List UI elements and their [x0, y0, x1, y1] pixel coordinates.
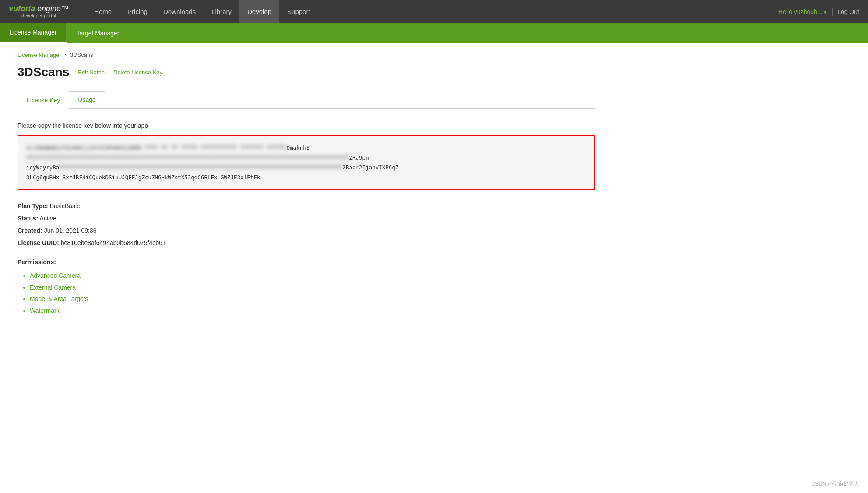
nav-pricing[interactable]: Pricing [119, 0, 155, 23]
chevron-down-icon [824, 8, 826, 15]
delete-license-link[interactable]: Delete License Key [113, 69, 162, 76]
main-content: License Manager › 3DScans 3DScans Edit N… [0, 43, 613, 334]
logo: vuforia engine™ developer portal [9, 5, 69, 19]
plan-type-label: Plan Type: [18, 203, 48, 210]
meta-created: Created: Jun 01, 2021 09:36 [18, 224, 595, 237]
nav-divider: | [831, 7, 833, 16]
license-key-line-1: A//AAABmWjoTAvODEcjs9l4l8PmO6VLHHHH TTTT… [26, 143, 587, 153]
tabs: License Key Usage [18, 91, 595, 109]
nav-right: Hello yuzhouh... | Log Out [778, 7, 859, 16]
nav-downloads[interactable]: Downloads [155, 0, 204, 23]
created-value: Jun 01, 2021 09:36 [44, 227, 97, 234]
license-key-box[interactable]: A//AAABmWjoTAvODEcjs9l4l8PmO6VLHHHH TTTT… [18, 135, 595, 190]
license-key-line-3: ieyWeyryBaTTTTTTTTTTTTTTTTTTTTTTTTTTTTTT… [26, 163, 587, 173]
logo-text: vuforia engine™ [9, 5, 69, 14]
breadcrumb-separator: › [65, 52, 67, 58]
logo-sub: developer portal [9, 13, 69, 18]
logo-engine-word: engine™ [35, 4, 69, 13]
blurred-text-3: TTTTTTTTTTTTTTTTTTTTTTTTTTTTTTTTTTTTTTTT… [59, 164, 342, 171]
uuid-value: bc810ebe8af6494ab0b684d075f4cb61 [61, 239, 166, 246]
user-greeting: Hello yuzhouh... [778, 8, 822, 15]
sub-nav: License Manager Target Manager [0, 23, 868, 43]
edit-name-link[interactable]: Edit Name [78, 69, 105, 76]
list-item: Advanced Camera [30, 270, 595, 282]
license-key-start-3: ieyWeyryBa [26, 164, 59, 171]
license-key-end-1: OmaknhE [287, 144, 310, 151]
license-key-end-3: 2Raqr2IjanVIXPCqZ [342, 164, 398, 171]
nav-develop[interactable]: Develop [239, 0, 279, 23]
page-title: 3DScans [18, 65, 69, 79]
status-label: Status: [18, 215, 38, 222]
list-item: External Camera [30, 282, 595, 294]
nav-links: Home Pricing Downloads Library Develop S… [86, 0, 778, 23]
breadcrumb: License Manager › 3DScans [18, 52, 595, 58]
subnav-license-manager[interactable]: License Manager [0, 23, 67, 43]
plan-type-value: Basic [50, 203, 65, 210]
license-key-line-2: TTTTTTTTTTTTTTTTTTTTTTTTTTTTTTTTTTTTTTTT… [26, 153, 587, 163]
top-nav: vuforia engine™ developer portal Home Pr… [0, 0, 868, 23]
blurred-text-1: A//AAABmWjoTAvODEcjs9l4l8PmO6VLHHHH TTTT… [26, 144, 287, 151]
tab-license-key[interactable]: License Key [18, 92, 69, 109]
created-label: Created: [18, 227, 42, 234]
nav-library[interactable]: Library [204, 0, 239, 23]
list-item: Watermark [30, 305, 595, 317]
logout-button[interactable]: Log Out [837, 8, 859, 15]
license-key-end-2: 2Ra9pn [349, 154, 369, 161]
nav-support[interactable]: Support [279, 0, 318, 23]
list-item: Model & Area Targets [30, 293, 595, 305]
meta-uuid: License UUID: bc810ebe8af6494ab0b684d075… [18, 237, 595, 249]
subnav-target-manager[interactable]: Target Manager [67, 23, 129, 43]
meta-plan-type: Plan Type: BasicBasic [18, 200, 595, 212]
license-key-line-4: 3LCg6quRHxLSxzJRF4iCQuekDSiuUJQFFJgZcu7N… [26, 173, 587, 183]
tab-usage[interactable]: Usage [69, 91, 105, 108]
license-description: Please copy the license key below into y… [18, 122, 595, 129]
meta-status: Status: Active [18, 212, 595, 224]
breadcrumb-current: 3DScans [70, 52, 93, 58]
breadcrumb-parent[interactable]: License Manager [18, 52, 61, 58]
page-title-row: 3DScans Edit Name Delete License Key [18, 65, 595, 79]
status-value: Active [40, 215, 56, 222]
metadata-block: Plan Type: BasicBasic Status: Active Cre… [18, 200, 595, 249]
uuid-label: License UUID: [18, 239, 59, 246]
blurred-text-2: TTTTTTTTTTTTTTTTTTTTTTTTTTTTTTTTTTTTTTTT… [26, 154, 349, 161]
user-menu[interactable]: Hello yuzhouh... [778, 8, 826, 15]
nav-home[interactable]: Home [86, 0, 119, 23]
permissions-list: Advanced Camera External Camera Model & … [18, 270, 595, 316]
permissions-section: Permissions: Advanced Camera External Ca… [18, 259, 595, 316]
permissions-title: Permissions: [18, 259, 595, 266]
logo-vuforia-word: vuforia [9, 4, 35, 13]
